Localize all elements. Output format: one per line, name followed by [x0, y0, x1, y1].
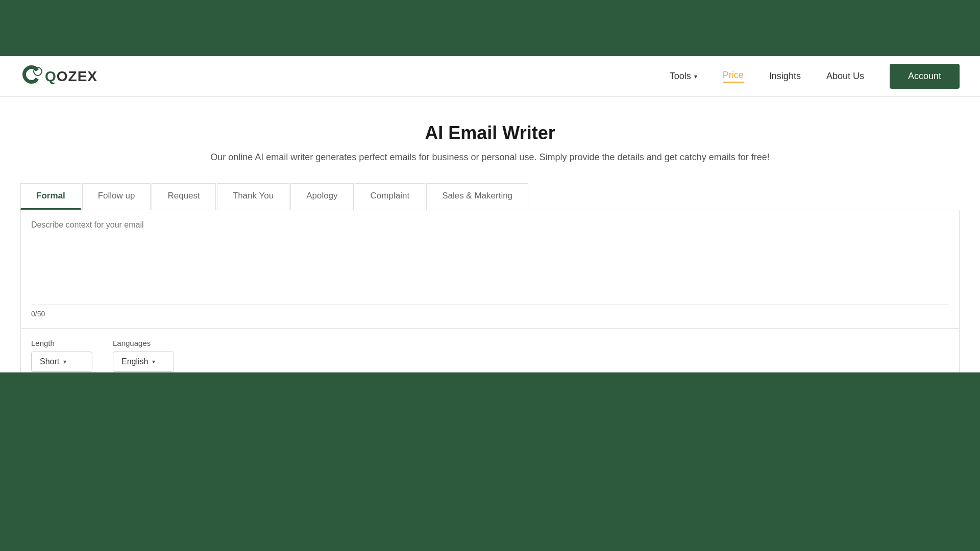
- chevron-down-icon: ▾: [694, 73, 697, 80]
- bottom-footer: [0, 372, 980, 551]
- languages-control: Languages English ▾: [113, 339, 174, 372]
- page-subtitle: Our online AI email writer generates per…: [20, 152, 960, 163]
- tab-request[interactable]: Request: [152, 183, 215, 210]
- char-count: 0/50: [31, 304, 949, 318]
- nav-links: Tools ▾ Price Insights About Us Account: [670, 64, 960, 89]
- tab-formal[interactable]: Formal: [20, 183, 81, 210]
- top-banner: [0, 0, 980, 56]
- tools-label: Tools: [670, 71, 691, 82]
- languages-selected: English: [121, 357, 148, 366]
- account-button[interactable]: Account: [890, 64, 960, 89]
- logo-text: QOZEX: [45, 68, 97, 85]
- languages-chevron-icon: ▾: [152, 358, 155, 365]
- tab-thank-you[interactable]: Thank You: [217, 183, 289, 210]
- length-dropdown[interactable]: Short ▾: [31, 352, 92, 372]
- nav-item-insights[interactable]: Insights: [769, 71, 801, 82]
- length-control: Length Short ▾: [31, 339, 92, 372]
- nav-item-about-us[interactable]: About Us: [826, 71, 864, 82]
- languages-dropdown[interactable]: English ▾: [113, 352, 174, 372]
- tabs-container: Formal Follow up Request Thank You Apolo…: [20, 183, 960, 210]
- email-context-input[interactable]: [31, 220, 949, 297]
- languages-label: Languages: [113, 339, 174, 347]
- nav-item-price[interactable]: Price: [723, 70, 744, 83]
- main-content: AI Email Writer Our online AI email writ…: [0, 97, 980, 398]
- logo[interactable]: QOZEX: [20, 63, 97, 89]
- nav-item-tools[interactable]: Tools ▾: [670, 71, 697, 82]
- tab-apology[interactable]: Apology: [290, 183, 353, 210]
- length-selected: Short: [40, 357, 59, 366]
- navbar: QOZEX Tools ▾ Price Insights About Us Ac…: [0, 56, 980, 97]
- textarea-wrapper: 0/50: [20, 210, 960, 329]
- tab-follow-up[interactable]: Follow up: [82, 183, 151, 210]
- tab-complaint[interactable]: Complaint: [355, 183, 426, 210]
- length-chevron-icon: ▾: [63, 358, 66, 365]
- page-title: AI Email Writer: [20, 122, 960, 144]
- tab-sales-marketing[interactable]: Sales & Makerting: [426, 183, 528, 210]
- length-label: Length: [31, 339, 92, 347]
- logo-icon: [20, 63, 43, 89]
